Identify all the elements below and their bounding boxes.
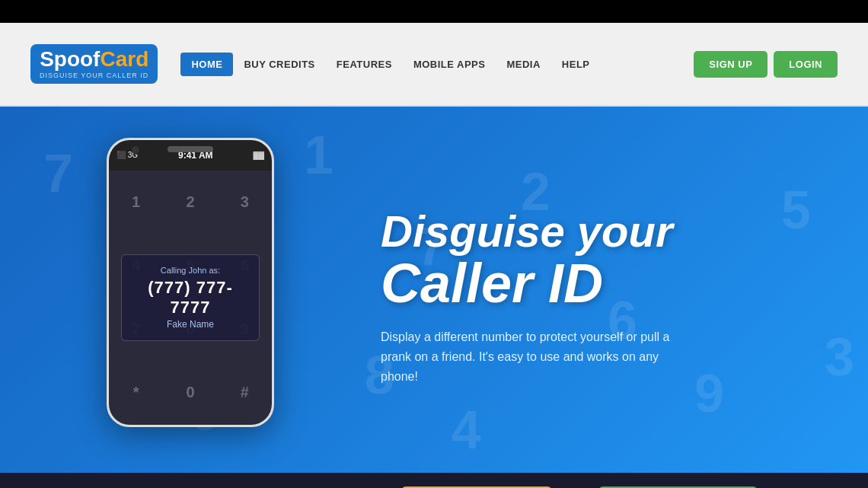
logo-spoof: Spoof [40,47,100,71]
logo-box: SpoofCard DISGUISE YOUR CALLER ID [30,44,158,84]
nav-buy-credits[interactable]: BUY CREDITS [233,53,325,76]
calling-label: Calling John as: [137,266,244,275]
nav-media[interactable]: MEDIA [496,53,550,76]
dialpad-key-1: 1 [109,171,163,234]
calling-name: Fake Name [137,319,244,330]
login-button[interactable]: LOGIN [774,51,838,78]
dialpad-key-3: 3 [218,171,272,234]
signup-button[interactable]: SIGN UP [694,51,767,78]
hero-title-line2: Caller ID [381,255,822,313]
calling-number: (777) 777-7777 [137,278,244,317]
hero-content: Disguise your Caller ID Display a differ… [381,193,868,386]
dialpad-key-star: * [109,361,163,425]
dialpad-key-2: 2 [163,171,217,234]
phone-camera [132,146,139,154]
hero-section: 7 3 9 1 8 4 2 6 9 5 3 7 ⬛ 3G 9:41 AM ▓▓ … [0,107,868,473]
phone-section: ⬛ 3G 9:41 AM ▓▓ 1 2 3 4 5 6 7 8 9 * 0 # [0,107,381,473]
logo-area: SpoofCard DISGUISE YOUR CALLER ID [30,44,158,84]
hero-title: Disguise your Caller ID [381,209,822,312]
cta-bar: Get Spoofing! They'll never know it was … [0,473,868,488]
logo-tagline: DISGUISE YOUR CALLER ID [40,72,148,79]
auth-buttons: SIGN UP LOGIN [694,51,838,78]
dialpad-key-0: 0 [163,361,217,425]
hero-title-line1: Disguise your [381,209,822,255]
nav-help[interactable]: HELP [551,53,601,76]
hero-description: Display a different number to protect yo… [381,327,685,386]
logo-text: SpoofCard [40,49,148,70]
nav-mobile-apps[interactable]: MOBILE APPS [403,53,496,76]
dialpad-key-hash: # [218,361,272,425]
header: SpoofCard DISGUISE YOUR CALLER ID HOME B… [0,23,868,107]
main-nav: HOME BUY CREDITS FEATURES MOBILE APPS ME… [180,53,600,76]
phone-notch [168,146,213,152]
calling-overlay: Calling John as: (777) 777-7777 Fake Nam… [121,254,260,341]
nav-features[interactable]: FEATURES [326,53,403,76]
phone-screen: 1 2 3 4 5 6 7 8 9 * 0 # Calling John as:… [109,171,272,425]
logo-card: Card [100,47,148,71]
nav-home[interactable]: HOME [180,53,233,76]
phone-top-bar: ⬛ 3G 9:41 AM ▓▓ [109,140,272,171]
phone-battery: ▓▓ [253,151,264,159]
phone-mockup: ⬛ 3G 9:41 AM ▓▓ 1 2 3 4 5 6 7 8 9 * 0 # [107,138,274,427]
